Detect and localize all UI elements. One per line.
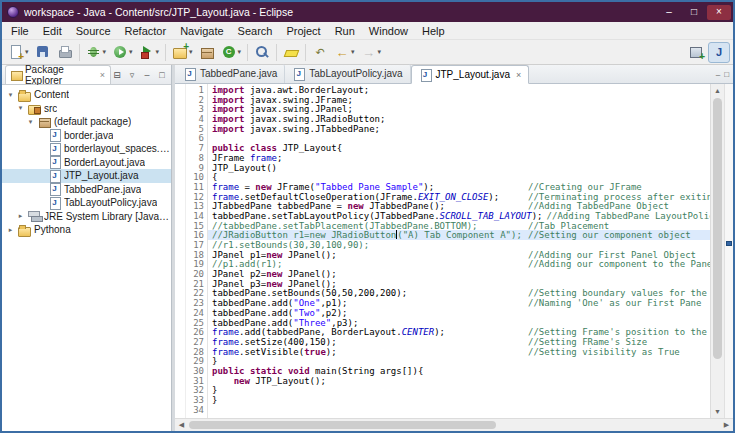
scroll-left-icon[interactable]: ◀ — [175, 421, 188, 429]
close-button[interactable]: × — [707, 5, 731, 20]
code-line: //JRadioButton r1=new JRadioButton("A) T… — [208, 230, 710, 240]
minimize-view-icon[interactable]: – — [141, 70, 153, 80]
tree-item-src[interactable]: ▾src — [2, 102, 171, 116]
code-line: } — [208, 385, 710, 395]
tree-item-label: JRE System Library [JavaSE-1.8] — [44, 211, 171, 222]
back-button[interactable]: ▾ — [331, 42, 358, 63]
caret-position-marker[interactable] — [726, 241, 732, 246]
scroll-right-icon[interactable]: ▶ — [720, 421, 733, 429]
editor-tab-jtp-layout-java[interactable]: JTP_Layout.java× — [411, 65, 530, 84]
menu-source[interactable]: Source — [69, 24, 118, 38]
expander-icon[interactable]: ▸ — [6, 226, 15, 234]
minimize-button[interactable]: – — [657, 5, 681, 20]
maximize-button[interactable]: □ — [682, 5, 706, 20]
new-class-button[interactable]: ▾ — [218, 42, 245, 63]
dropdown-arrow-icon: ▾ — [156, 48, 160, 56]
editor-tab-tablayoutpolicy-java[interactable]: TabLayoutPolicy.java — [285, 64, 410, 83]
close-view-icon[interactable]: × — [100, 70, 105, 80]
debug-button[interactable]: ▾ — [83, 42, 110, 63]
horizontal-scroll-thumb[interactable] — [189, 421, 496, 429]
print-button[interactable] — [54, 42, 76, 63]
expander-icon[interactable]: ▾ — [16, 104, 25, 112]
vertical-scrollbar[interactable]: ▲ ▼ — [710, 84, 724, 418]
code-line: import javax.swing.JRadioButton; — [208, 114, 710, 124]
vertical-scroll-thumb[interactable] — [713, 98, 722, 359]
expander-icon[interactable]: ▾ — [6, 91, 15, 99]
line-number: 1 — [186, 85, 207, 95]
java-perspective-button[interactable] — [708, 42, 730, 63]
view-menu-icon[interactable]: ▿ — [126, 70, 138, 80]
code-text: frame.setDefaultCloseOperation(JFrame.EX… — [212, 192, 524, 202]
menu-file[interactable]: File — [4, 24, 36, 38]
tree-item-label: Pythona — [34, 224, 71, 235]
package-explorer-header: Package Explorer × ⊟▿–□ — [2, 65, 171, 85]
close-tab-icon[interactable]: × — [516, 70, 521, 80]
menu-navigate[interactable]: Navigate — [173, 24, 230, 38]
scroll-down-icon[interactable]: ▼ — [711, 405, 724, 418]
expander-icon[interactable]: ▾ — [26, 118, 35, 126]
last-edit-location-button[interactable] — [309, 42, 331, 63]
search-button[interactable] — [251, 42, 273, 63]
forward-button[interactable]: ▾ — [358, 42, 385, 63]
maximize-view-icon[interactable]: □ — [156, 70, 168, 80]
expander-icon[interactable]: ▸ — [16, 212, 25, 220]
code-text: { — [212, 172, 524, 182]
line-number: 30 — [186, 366, 207, 376]
mark-occurrences-button[interactable] — [280, 42, 302, 63]
project-icon — [18, 89, 31, 101]
java-file-icon — [183, 68, 196, 80]
tree-item-default-package[interactable]: ▾(default package) — [2, 115, 171, 129]
tree-item-pythona[interactable]: ▸Pythona — [2, 223, 171, 237]
collapse-all-icon[interactable]: ⊟ — [111, 70, 123, 80]
tree-item-content[interactable]: ▾Content — [2, 88, 171, 102]
package-explorer-tab[interactable]: Package Explorer × — [5, 65, 111, 84]
save-button[interactable] — [32, 42, 54, 63]
minimize-editor-icon[interactable]: – — [716, 70, 720, 79]
menu-project[interactable]: Project — [279, 24, 327, 38]
menu-run[interactable]: Run — [328, 24, 362, 38]
line-number: 19 — [186, 259, 207, 269]
code-editor[interactable]: import java.awt.BorderLayout;import java… — [208, 84, 710, 418]
open-perspective-button[interactable] — [686, 42, 708, 63]
tree-item-tabbedpane-java[interactable]: TabbedPane.java — [2, 183, 171, 197]
title-bar[interactable]: workspace - Java - Content/src/JTP_Layou… — [2, 2, 733, 22]
view-toolbar: ⊟▿–□ — [111, 70, 168, 80]
tree-item-borderlayout-spaces-java[interactable]: borderlayout_spaces.java — [2, 142, 171, 156]
scroll-up-icon[interactable]: ▲ — [711, 84, 724, 97]
line-number: 32 — [186, 385, 207, 395]
menu-search[interactable]: Search — [231, 24, 280, 38]
line-number: 26 — [186, 327, 207, 337]
run-button[interactable]: ▾ — [109, 42, 136, 63]
tree-item-tablayoutpolicy-java[interactable]: TabLayoutPolicy.java — [2, 196, 171, 210]
menu-edit[interactable]: Edit — [36, 24, 69, 38]
menu-window[interactable]: Window — [362, 24, 415, 38]
new-wizard-button[interactable]: ▾ — [5, 42, 32, 63]
code-line: tabbedPane.add("Three",p3); — [208, 318, 710, 328]
inline-comment: //Setting boundary values for the tabs — [524, 288, 710, 298]
code-text: JFrame frame; — [212, 153, 524, 163]
inline-comment: //Naming 'One' as our First Pane — [524, 298, 701, 308]
menu-help[interactable]: Help — [415, 24, 452, 38]
horizontal-scrollbar[interactable]: ◀ ▶ — [175, 418, 733, 431]
tree-item-border-java[interactable]: border.java — [2, 129, 171, 143]
code-text: JPanel p1=new JPanel(); — [212, 250, 524, 260]
new-java-project-button[interactable]: ▾ — [169, 42, 196, 63]
annotation-ruler[interactable] — [175, 84, 186, 418]
code-line: new JTP_Layout(); — [208, 376, 710, 386]
package-explorer-title: Package Explorer — [25, 64, 97, 86]
new-wizard-icon — [8, 44, 24, 60]
code-text: import java.awt.BorderLayout; — [212, 85, 524, 95]
tree-item-borderlayout-java[interactable]: BorderLayout.java — [2, 156, 171, 170]
tree-item-jtp-layout-java[interactable]: JTP_Layout.java — [2, 169, 171, 183]
dropdown-arrow-icon: ▾ — [129, 48, 133, 56]
run-external-button[interactable]: ▾ — [136, 42, 163, 63]
new-package-button[interactable] — [196, 42, 218, 63]
maximize-editor-icon[interactable]: □ — [724, 70, 729, 79]
menu-refactor[interactable]: Refactor — [118, 24, 174, 38]
tree-item-jre-system-library-javase-1-8[interactable]: ▸JRE System Library [JavaSE-1.8] — [2, 210, 171, 224]
dropdown-arrow-icon: ▾ — [238, 48, 242, 56]
jfile-icon — [48, 170, 61, 182]
editor-tab-tabbedpane-java[interactable]: TabbedPane.java — [176, 64, 285, 83]
line-number-ruler[interactable]: 1234567891011121314151617181920212223242… — [186, 84, 208, 418]
overview-ruler[interactable] — [724, 84, 733, 418]
